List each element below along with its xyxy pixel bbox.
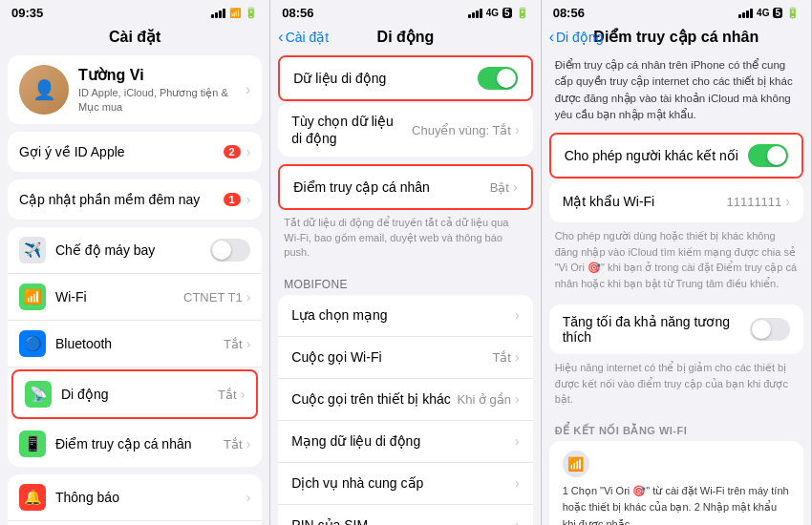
apple-id-group: Gợi ý về ID Apple 2 › xyxy=(8,132,262,172)
apple-id-label: Gợi ý về ID Apple xyxy=(19,144,224,159)
allow-others-label: Cho phép người khác kết nối xyxy=(565,148,748,163)
nav-bar-1: Cài đặt xyxy=(0,24,269,52)
other-device-call-label: Cuộc gọi trên thiết bị khác xyxy=(291,390,457,408)
data-options-label: Tùy chọn dữ liệudi động xyxy=(291,113,412,147)
notification-item[interactable]: 🔔 Thông báo › xyxy=(8,474,262,521)
mobifone-group: Lựa chọn mạng › Cuộc gọi Wi-Fi Tắt › Cuộ… xyxy=(278,295,532,525)
avatar: 👤 xyxy=(19,65,69,115)
hotspot-chevron-icon-2: › xyxy=(513,179,518,195)
mobile-value: Tắt xyxy=(218,388,237,402)
compat-item[interactable]: Tăng tối đa khả năng tương thích xyxy=(549,304,803,354)
hotspot-chevron-icon: › xyxy=(246,436,251,452)
battery-icon: 🔋 xyxy=(245,7,258,19)
hotspot-icon: 📱 xyxy=(19,430,46,457)
sim-pin-chevron-icon: › xyxy=(515,517,520,525)
compat-toggle[interactable] xyxy=(750,318,790,341)
mobile-network-item[interactable]: Mạng dữ liệu di động › xyxy=(278,421,532,463)
nav-bar-3: ‹ Di động Điểm truy cập cá nhân xyxy=(542,24,811,52)
provider-service-label: Dịch vụ nhà cung cấp xyxy=(291,474,515,492)
wifi-connect-section-label: ĐỂ KẾT NỐI BẰNG WI-FI xyxy=(542,417,811,441)
sim-pin-item[interactable]: PIN của SIM › xyxy=(278,505,532,525)
hotspot-label: Điểm truy cập cá nhân xyxy=(55,436,224,452)
panel1-scroll: 👤 Tường Vi ID Apple, iCloud, Phương tiện… xyxy=(0,52,269,525)
allow-others-toggle[interactable] xyxy=(748,144,788,167)
5g-badge-3: 5 xyxy=(773,8,782,18)
airplane-toggle[interactable] xyxy=(210,239,250,262)
profile-section[interactable]: 👤 Tường Vi ID Apple, iCloud, Phương tiện… xyxy=(8,55,262,124)
panel-settings: 09:35 📶 🔋 Cài đặt 👤 Tường Vi ID Apple, i… xyxy=(0,0,270,525)
notification-group: 🔔 Thông báo › 🔊 Âm thanh & Cảm ứng › 🎯 T… xyxy=(8,474,262,525)
panel1-title: Cài đặt xyxy=(109,28,160,46)
network-choice-chevron-icon: › xyxy=(515,307,520,323)
profile-info: Tường Vi ID Apple, iCloud, Phương tiện &… xyxy=(78,66,236,114)
data-mobile-item[interactable]: Dữ liệu di động xyxy=(280,57,530,99)
mobile-network-label: Mạng dữ liệu di động xyxy=(291,432,515,450)
signal-icon-3 xyxy=(738,9,753,18)
wifi-label: Wi-Fi xyxy=(55,289,183,304)
wifi-value: CTNET T1 xyxy=(183,290,243,304)
back-label-3: Di động xyxy=(556,30,603,45)
allow-others-item[interactable]: Cho phép người khác kết nối xyxy=(551,135,801,177)
status-icons-1: 📶 🔋 xyxy=(211,7,258,19)
other-device-call-chevron-icon: › xyxy=(515,391,520,407)
wifi-password-item[interactable]: Mật khẩu Wi-Fi 11111111 › xyxy=(549,180,803,222)
hotspot-item[interactable]: 📱 Điểm truy cập cá nhân Tắt › xyxy=(8,421,262,467)
apple-id-suggest-item[interactable]: Gợi ý về ID Apple 2 › xyxy=(8,132,262,172)
4g-icon-3: 4G xyxy=(757,8,769,18)
wifi-call-item[interactable]: Cuộc gọi Wi-Fi Tắt › xyxy=(278,337,532,379)
airplane-icon: ✈️ xyxy=(19,237,46,263)
sound-item[interactable]: 🔊 Âm thanh & Cảm ứng › xyxy=(8,521,262,525)
software-update-group: Cập nhật phần mềm đêm nay 1 › xyxy=(8,179,262,220)
5g-badge: 5 xyxy=(502,8,512,18)
connectivity-group: ✈️ Chế độ máy bay 📶 Wi-Fi CTNET T1 › 🔵 B… xyxy=(8,227,262,467)
bluetooth-label: Bluetooth xyxy=(55,336,224,351)
software-update-item[interactable]: Cập nhật phần mềm đêm nay 1 › xyxy=(8,179,262,220)
panel-mobile: 08:56 4G 5 🔋 ‹ Cài đặt Di động Dữ liệu d… xyxy=(270,0,541,525)
back-button-3[interactable]: ‹ Di động xyxy=(549,29,604,46)
data-mobile-label: Dữ liệu di động xyxy=(293,70,477,87)
wifi-item[interactable]: 📶 Wi-Fi CTNET T1 › xyxy=(8,274,262,321)
hotspot-item-2[interactable]: Điểm truy cập cá nhân Bật › xyxy=(280,166,530,208)
mobile-item[interactable]: 📡 Di động Tắt › xyxy=(13,371,256,417)
status-icons-3: 4G 5 🔋 xyxy=(738,7,800,19)
back-arrow-icon-3: ‹ xyxy=(549,29,554,46)
profile-chevron-icon: › xyxy=(246,81,250,98)
data-desc: Tắt dữ liệu di động để truyền tắt cả dữ … xyxy=(270,212,540,267)
notification-label: Thông báo xyxy=(55,490,246,505)
wifi-password-label: Mật khẩu Wi-Fi xyxy=(563,194,727,209)
panel3-title: Điểm truy cập cá nhân xyxy=(593,28,759,46)
mobile-highlight-box: 📡 Di động Tắt › xyxy=(11,369,258,419)
apple-id-badge: 2 xyxy=(224,145,241,158)
sim-pin-label: PIN của SIM xyxy=(291,516,515,525)
provider-service-item[interactable]: Dịch vụ nhà cung cấp › xyxy=(278,463,532,505)
wifi-call-chevron-icon: › xyxy=(515,349,520,365)
mobile-chevron-icon: › xyxy=(241,387,246,402)
bluetooth-chevron-icon: › xyxy=(246,336,251,351)
compat-group: Tăng tối đa khả năng tương thích xyxy=(549,304,803,354)
status-bar-1: 09:35 📶 🔋 xyxy=(0,0,269,24)
bluetooth-item[interactable]: 🔵 Bluetooth Tắt › xyxy=(8,321,262,368)
back-label-2: Cài đặt xyxy=(286,30,330,45)
network-choice-item[interactable]: Lựa chọn mạng › xyxy=(278,295,532,337)
signal-icon-2 xyxy=(468,9,482,18)
mobile-icon: 📡 xyxy=(25,381,52,408)
data-options-item[interactable]: Tùy chọn dữ liệudi động Chuyển vùng: Tắt… xyxy=(278,103,532,157)
4g-icon: 4G xyxy=(486,8,499,18)
data-options-group: Tùy chọn dữ liệudi động Chuyển vùng: Tắt… xyxy=(278,103,532,157)
provider-service-chevron-icon: › xyxy=(515,475,520,491)
allow-others-highlight: Cho phép người khác kết nối xyxy=(549,133,803,178)
other-device-call-item[interactable]: Cuộc gọi trên thiết bị khác Khi ở gần › xyxy=(278,379,532,421)
data-mobile-toggle[interactable] xyxy=(478,67,518,90)
hotspot-value-2: Bật xyxy=(490,180,509,195)
wifi-call-value: Tắt xyxy=(492,350,511,365)
wifi-status-icon: 📶 xyxy=(229,8,241,18)
bluetooth-value: Tắt xyxy=(224,337,243,351)
panel2-title: Di động xyxy=(377,28,435,46)
wifi-connect-info: 📶 1 Chọn "Vi Ori 🎯" từ cài đặt Wi-Fi trê… xyxy=(549,441,803,526)
status-bar-3: 08:56 4G 5 🔋 xyxy=(542,0,811,24)
wifi-icon: 📶 xyxy=(19,284,46,310)
airplane-mode-item[interactable]: ✈️ Chế độ máy bay xyxy=(8,227,262,274)
software-update-chevron-icon: › xyxy=(246,192,251,207)
back-button-2[interactable]: ‹ Cài đặt xyxy=(278,29,329,46)
compat-label: Tăng tối đa khả năng tương thích xyxy=(563,314,750,345)
